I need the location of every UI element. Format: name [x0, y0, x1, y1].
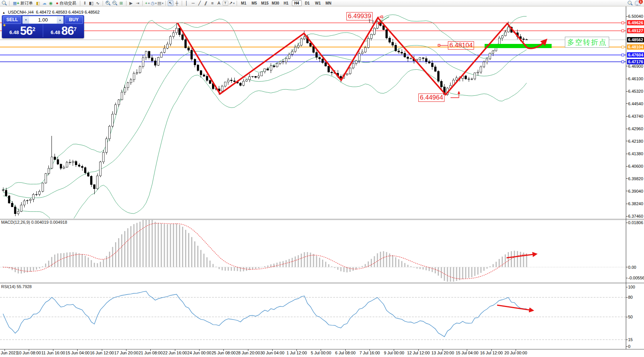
- price-line-label: 6.47604: [627, 52, 644, 58]
- label-tool-icon[interactable]: T: [223, 1, 228, 6]
- time-axis-label: 12 Jul 12:00: [407, 351, 430, 355]
- terminal-window: { "toolbar": { "chat_badge": "1", "activ…: [0, 0, 644, 357]
- styler-icon[interactable]: ◧: [35, 0, 41, 6]
- time-axis-label: 30 Jun 04:00: [260, 351, 284, 355]
- crosshair-icon[interactable]: ┼: [174, 0, 180, 6]
- macd-axis-label: -0.005568: [628, 275, 644, 281]
- vertical-line-tool-icon[interactable]: │: [184, 0, 190, 6]
- arrows-tool-button[interactable]: ↗▾: [229, 0, 235, 6]
- timeframe-h4-button[interactable]: H4: [292, 0, 302, 6]
- bar-chart-mode-icon[interactable]: ‖: [82, 0, 88, 6]
- trendline-tool-icon[interactable]: ╱: [197, 0, 203, 6]
- search-icon[interactable]: [627, 0, 633, 6]
- buy-price-sup: 7: [74, 27, 77, 31]
- time-axis-label: 22 Jun 16:00: [163, 351, 187, 355]
- text-tool-icon[interactable]: A: [216, 0, 222, 6]
- timeframe-h1-button[interactable]: H1: [281, 0, 291, 6]
- price-tick-label: 6.42180: [628, 139, 643, 144]
- time-axis-label: 7 Jul 16:00: [360, 351, 380, 355]
- annotation-low-price[interactable]: 6.44964: [418, 94, 444, 102]
- candlestick-mode-icon[interactable]: ▮▯: [89, 0, 94, 6]
- price-line-label: 6.49626: [627, 20, 644, 25]
- horizontal-line-tool-icon[interactable]: ─: [190, 0, 196, 6]
- sell-button[interactable]: SELL: [3, 16, 21, 24]
- timeframe-m1-button[interactable]: M1: [239, 0, 249, 6]
- horizontal-level-lines[interactable]: [0, 22, 626, 63]
- ohlc-quote-label: 6.48472 6.48583 6.48419 6.48562: [36, 10, 100, 14]
- direction-up-icon: ▲: [2, 11, 5, 14]
- time-axis-label: 13 Jul 20:00: [431, 351, 454, 355]
- indicators-button[interactable]: +▾: [145, 0, 150, 6]
- volume-up-button[interactable]: ▲: [57, 16, 63, 23]
- buy-price-area[interactable]: 6.48 86 7: [43, 24, 84, 37]
- price-tick-label: 6.41380: [628, 151, 643, 156]
- volume-value[interactable]: 1.00: [29, 16, 57, 23]
- time-axis-label: 25 Jun 08:00: [212, 351, 236, 355]
- price-line-label: 6.49127: [627, 28, 644, 33]
- cursor-icon[interactable]: ↖: [168, 0, 173, 6]
- zoom-in-icon[interactable]: +: [105, 0, 111, 6]
- price-tick-label: 6.43740: [628, 114, 643, 119]
- price-line-label: 6.48104: [627, 44, 644, 50]
- annotation-level-price[interactable]: 6.48104: [448, 41, 474, 50]
- macd-axis-label: 0.00: [628, 265, 636, 270]
- annotation-turning-point[interactable]: 多空转折点: [565, 37, 609, 48]
- time-axis-label: 28 Jun 20:00: [236, 351, 260, 355]
- macd-histogram: [3, 220, 527, 282]
- timeframe-m15-button[interactable]: M15: [260, 0, 270, 6]
- volume-down-button[interactable]: ▼: [23, 16, 29, 23]
- buy-button[interactable]: BUY: [65, 16, 83, 24]
- publish-cloud-icon[interactable]: ☁: [42, 0, 47, 6]
- time-axis-label: 16 Jul 12:00: [480, 351, 503, 355]
- rsi-axis-label: 50: [628, 314, 633, 320]
- price-tick-label: 6.46100: [628, 76, 643, 81]
- rsi-axis-label: 0: [628, 344, 630, 349]
- macd-axis-label: 0.01806: [628, 220, 643, 225]
- zigzag-annotation[interactable]: [178, 18, 527, 95]
- buy-price-big: 86: [61, 26, 73, 36]
- tile-windows-icon[interactable]: ⊞: [119, 0, 124, 6]
- templates-button[interactable]: ▤▾: [157, 0, 164, 6]
- symbol-search-icon[interactable]: [2, 0, 7, 6]
- periods-button[interactable]: ◷▾: [151, 0, 157, 6]
- chart-canvas[interactable]: [0, 0, 644, 357]
- timeframe-d1-button[interactable]: D1: [303, 0, 312, 6]
- sell-price-area[interactable]: 6.48 56 2: [2, 24, 43, 37]
- signals-icon[interactable]: ◉: [48, 0, 54, 6]
- rsi-axis-label: 100: [628, 284, 635, 290]
- chat-icon[interactable]: 1: [635, 1, 641, 6]
- timeframe-m30-button[interactable]: M30: [271, 0, 281, 6]
- price-tick-label: 6.38240: [628, 201, 643, 206]
- rsi-label: RSI(14) 55.7928: [1, 284, 32, 289]
- line-chart-mode-icon[interactable]: ∿: [95, 0, 101, 6]
- price-tick-label: 6.39820: [628, 176, 643, 181]
- chart-shift-icon[interactable]: ⇥: [135, 0, 140, 6]
- time-axis-label: Jun 2021: [1, 351, 18, 355]
- time-axis-label: 15 Jul 04:00: [456, 351, 479, 355]
- timeframe-m5-button[interactable]: M5: [249, 0, 259, 6]
- auto-scroll-icon[interactable]: ▶: [128, 0, 134, 6]
- price-line-label: 6.47176: [627, 59, 644, 64]
- price-tick-label: 6.37460: [628, 214, 643, 219]
- price-tick-label: 6.45320: [628, 89, 643, 94]
- rsi-trend-arrow[interactable]: [497, 305, 533, 310]
- annotation-peak-price[interactable]: 6.49939: [346, 12, 373, 20]
- rsi-axis-label: 80: [628, 295, 633, 300]
- timeframe-w1-button[interactable]: W1: [313, 0, 323, 6]
- time-axis-label: 9 Jul 00:00: [384, 351, 404, 355]
- price-tick-label: 6.40600: [628, 164, 643, 169]
- fibonacci-tool-icon[interactable]: ≡: [210, 0, 215, 6]
- zoom-out-icon[interactable]: −: [112, 0, 117, 6]
- macd-label: MACD(12,26,9) 0.004019 0.004918: [1, 220, 67, 224]
- price-tick-label: 6.42960: [628, 126, 643, 131]
- toolbar: ▦+新订单◧☁◉●自动交易‖▮▯∿+−⊞▶⇥+▾◷▾▤▾↖┼│─╱∥≡AT↗▾M…: [0, 0, 644, 6]
- rsi-axis-label: 15: [628, 337, 633, 342]
- symbol-quote-line: ▲ USDCNH-,H4 6.48472 6.48583 6.48419 6.4…: [2, 10, 100, 14]
- new-order-button[interactable]: ▦+新订单: [11, 0, 34, 6]
- algo-trading-button[interactable]: ●自动交易: [55, 0, 78, 6]
- buy-price-prefix: 6.48: [51, 29, 60, 36]
- time-axis-label: 21 Jun 08:00: [139, 351, 163, 355]
- price-tick-label: 6.50040: [628, 14, 643, 19]
- timeframe-mn-button[interactable]: MN: [324, 0, 334, 6]
- channel-tool-icon[interactable]: ∥: [203, 0, 209, 6]
